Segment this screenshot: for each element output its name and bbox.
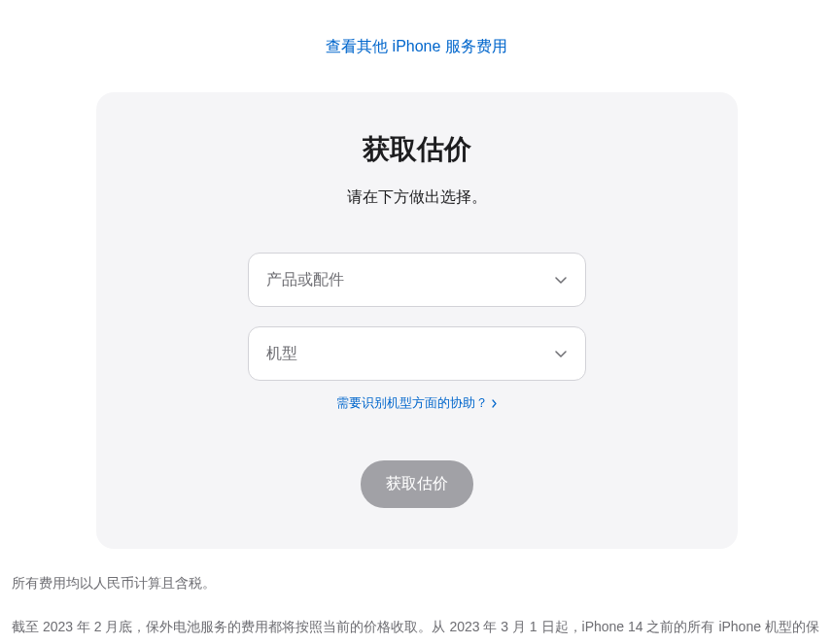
view-other-services-link[interactable]: 查看其他 iPhone 服务费用 — [326, 37, 507, 57]
footnote-price-change: 截至 2023 年 2 月底，保外电池服务的费用都将按照当前的价格收取。从 20… — [12, 614, 821, 644]
estimate-card: 获取估价 请在下方做出选择。 产品或配件 机型 需要识别机型方面的协助？ 获取估… — [96, 92, 738, 549]
get-estimate-button[interactable]: 获取估价 — [361, 460, 473, 508]
help-link-text: 需要识别机型方面的协助？ — [336, 394, 488, 412]
identify-model-help-link[interactable]: 需要识别机型方面的协助？ — [336, 394, 497, 412]
footnote-tax: 所有费用均以人民币计算且含税。 — [12, 570, 821, 596]
card-title: 获取估价 — [363, 131, 471, 168]
card-subtitle: 请在下方做出选择。 — [347, 187, 487, 208]
footnotes: 所有费用均以人民币计算且含税。 截至 2023 年 2 月底，保外电池服务的费用… — [12, 570, 821, 644]
model-select[interactable]: 机型 — [248, 326, 586, 381]
product-select[interactable]: 产品或配件 — [248, 253, 586, 307]
chevron-down-icon — [554, 347, 568, 360]
chevron-down-icon — [554, 273, 568, 287]
product-select-placeholder: 产品或配件 — [266, 270, 344, 290]
model-select-placeholder: 机型 — [266, 344, 297, 364]
chevron-right-icon — [492, 396, 497, 411]
